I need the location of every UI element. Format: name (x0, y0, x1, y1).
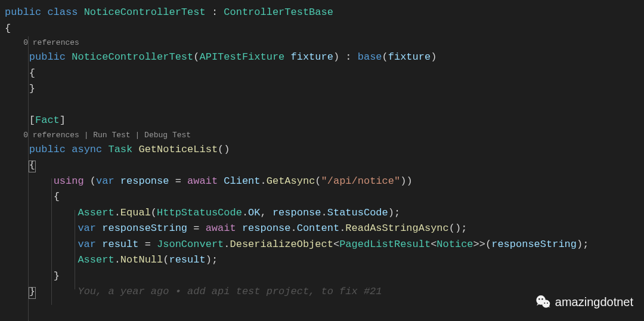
code-line: var result = JsonConvert.DeserializeObje… (5, 237, 644, 253)
code-line (5, 97, 644, 113)
code-line: { (5, 158, 644, 174)
codelens-line: 0 references | Run Test | Debug Test (5, 129, 644, 142)
code-line: } (5, 81, 644, 97)
codelens-references[interactable]: 0 references (23, 131, 79, 140)
svg-point-3 (541, 298, 543, 300)
code-line: { (5, 21, 644, 37)
code-editor[interactable]: public class NoticeControllerTest : Cont… (5, 5, 644, 300)
attribute-fact: Fact (35, 115, 60, 126)
codelens-debug-test[interactable]: Debug Test (144, 131, 191, 140)
codelens-run-test[interactable]: Run Test (93, 131, 130, 140)
watermark: amazingdotnet (535, 294, 633, 310)
code-line: { (5, 189, 644, 205)
code-line: Assert.NotNull(result); (5, 252, 644, 268)
watermark-text: amazingdotnet (555, 295, 633, 309)
code-line: var responseString = await response.Cont… (5, 221, 644, 237)
svg-point-2 (538, 298, 540, 300)
base-class: ControllerTestBase (224, 7, 333, 18)
codelens-line: 0 references (5, 36, 644, 50)
code-line: public class NoticeControllerTest : Cont… (5, 5, 644, 21)
code-line: { (5, 66, 644, 82)
svg-point-5 (547, 303, 548, 304)
svg-point-4 (544, 303, 545, 304)
code-line: } (5, 268, 644, 285)
gitlens-annotation[interactable]: You, a year ago • add api test project, … (78, 286, 382, 297)
code-line: public NoticeControllerTest(APITestFixtu… (5, 50, 644, 66)
code-line: Assert.Equal(HttpStatusCode.OK, response… (5, 205, 644, 221)
method-name: GetNoticeList (138, 144, 218, 155)
matched-brace: } (29, 286, 35, 297)
class-name: NoticeControllerTest (84, 7, 206, 18)
keyword-class: class (47, 7, 78, 18)
code-line: public async Task GetNoticeList() (5, 142, 644, 158)
wechat-icon (535, 294, 552, 310)
code-line: using (var response = await Client.GetAs… (5, 174, 644, 190)
code-line: [Fact] (5, 113, 644, 129)
matched-brace: { (29, 159, 35, 171)
codelens-references[interactable]: 0 references (23, 38, 79, 47)
keyword-public: public (5, 7, 41, 18)
